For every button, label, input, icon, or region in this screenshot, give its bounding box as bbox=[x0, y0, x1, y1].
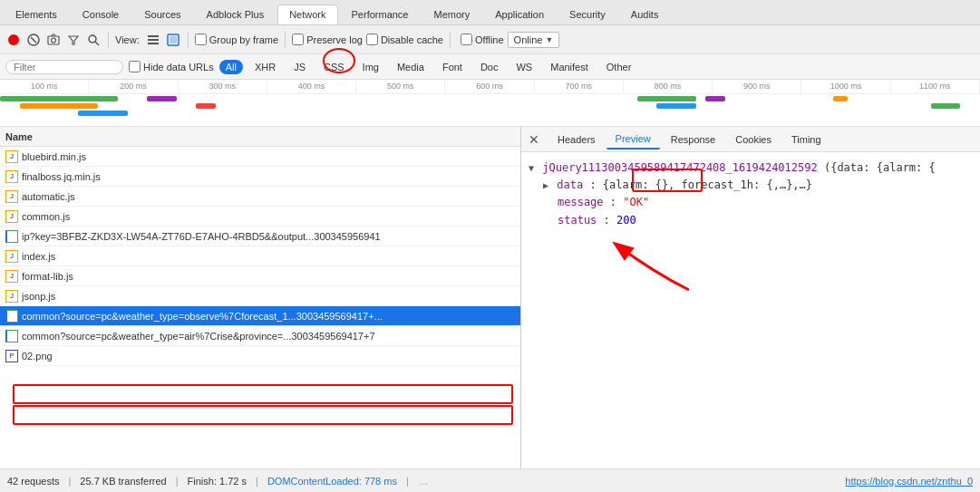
json-data-line: ▶ data : {alarm: {}, forecast_1h: {,…},…… bbox=[543, 177, 973, 194]
tab-timing[interactable]: Timing bbox=[782, 130, 830, 149]
file-item-jsonp[interactable]: J jsonp.js bbox=[0, 286, 520, 306]
tick-200ms: 200 ms bbox=[89, 80, 178, 93]
tick-300ms: 300 ms bbox=[179, 80, 267, 93]
filter-type-ws[interactable]: WS bbox=[509, 60, 539, 74]
network-toolbar: View: Group by frame Preserve log Disabl… bbox=[0, 25, 980, 54]
svg-point-5 bbox=[89, 35, 96, 43]
status-bar: 42 requests | 25.7 KB transferred | Fini… bbox=[0, 468, 980, 492]
close-panel-button[interactable]: ✕ bbox=[525, 132, 543, 147]
selected-file-icon bbox=[5, 310, 18, 323]
file-name: common?source=pc&weather_type=air%7Crise… bbox=[22, 331, 375, 342]
timeline-ticks: 100 ms 200 ms 300 ms 400 ms 500 ms 600 m… bbox=[0, 80, 980, 94]
file-item-02png[interactable]: P 02.png bbox=[0, 346, 520, 366]
file-item-index[interactable]: J index.js bbox=[0, 246, 520, 266]
tab-performance[interactable]: Performance bbox=[340, 5, 421, 24]
throttle-arrow-icon: ▼ bbox=[545, 35, 553, 44]
preview-content: ▼ jQuery1113003459589417472408_161942401… bbox=[521, 152, 980, 468]
file-list[interactable]: J bluebird.min.js J finalboss.jq.min.js … bbox=[0, 147, 520, 468]
throttle-dropdown[interactable]: Online ▼ bbox=[508, 32, 560, 48]
filter-type-doc[interactable]: Doc bbox=[474, 60, 505, 74]
tab-bar: Elements Console Sources Adblock Plus Ne… bbox=[0, 0, 980, 25]
filter-type-manifest[interactable]: Manifest bbox=[544, 60, 595, 74]
file-item-format-lib[interactable]: J format-lib.js bbox=[0, 266, 520, 286]
json-data-section: ▶ data : {alarm: {}, forecast_1h: {,…},…… bbox=[543, 177, 973, 229]
svg-line-2 bbox=[31, 37, 36, 43]
file-name: common?source=pc&weather_type=observe%7C… bbox=[22, 311, 383, 322]
separator-3 bbox=[285, 32, 286, 48]
left-panel: Name J bluebird.min.js J finalboss.jq.mi… bbox=[0, 127, 521, 468]
tab-response[interactable]: Response bbox=[662, 130, 725, 149]
filter-type-media[interactable]: Media bbox=[391, 60, 431, 74]
screenshot-button[interactable] bbox=[45, 32, 62, 48]
status-transferred: 25.7 KB transferred bbox=[80, 476, 166, 487]
filter-type-xhr[interactable]: XHR bbox=[248, 60, 282, 74]
filter-type-font[interactable]: Font bbox=[436, 60, 469, 74]
separator-2 bbox=[188, 32, 189, 48]
preserve-log-checkbox[interactable]: Preserve log bbox=[292, 34, 363, 45]
filter-button[interactable] bbox=[65, 32, 82, 48]
json-root-key: jQuery1113003459589417472408_16194240125… bbox=[542, 161, 817, 174]
svg-rect-7 bbox=[148, 35, 159, 37]
js-file-icon: J bbox=[5, 170, 18, 183]
throttle-label: Online bbox=[514, 34, 543, 45]
js-file-icon: J bbox=[5, 250, 18, 263]
tab-audits[interactable]: Audits bbox=[619, 5, 671, 24]
file-name: format-lib.js bbox=[22, 271, 73, 282]
svg-point-0 bbox=[8, 34, 19, 45]
filter-bar: Hide data URLs All XHR JS CSS Img Media … bbox=[0, 54, 980, 80]
tick-700ms: 700 ms bbox=[535, 80, 624, 93]
json-data-key: data bbox=[557, 178, 583, 191]
tab-memory[interactable]: Memory bbox=[422, 5, 482, 24]
file-item-finalboss[interactable]: J finalboss.jq.min.js bbox=[0, 167, 520, 187]
list-view-button[interactable] bbox=[145, 32, 161, 48]
stop-button[interactable] bbox=[25, 32, 42, 48]
tab-preview[interactable]: Preview bbox=[606, 130, 660, 150]
search-icon[interactable] bbox=[85, 32, 102, 48]
view-label: View: bbox=[115, 34, 140, 45]
json-expand-icon[interactable]: ▼ bbox=[529, 163, 534, 173]
json-data-expand-icon[interactable]: ▶ bbox=[543, 180, 548, 190]
filmstrip-view-button[interactable] bbox=[165, 32, 181, 48]
timeline-bar: 100 ms 200 ms 300 ms 400 ms 500 ms 600 m… bbox=[0, 80, 980, 127]
separator-1 bbox=[108, 32, 109, 48]
file-item-bluebird[interactable]: J bluebird.min.js bbox=[0, 147, 520, 167]
record-button[interactable] bbox=[5, 32, 22, 48]
offline-label: Offline bbox=[475, 34, 504, 45]
json-file-icon bbox=[5, 330, 18, 342]
file-name: bluebird.min.js bbox=[22, 151, 86, 162]
tab-sources[interactable]: Sources bbox=[132, 5, 192, 24]
file-item-automatic[interactable]: J automatic.js bbox=[0, 187, 520, 207]
filter-input[interactable] bbox=[5, 60, 123, 74]
hide-data-urls-checkbox[interactable]: Hide data URLs bbox=[129, 61, 214, 72]
disable-cache-checkbox[interactable]: Disable cache bbox=[366, 34, 443, 45]
file-item-common-air[interactable]: common?source=pc&weather_type=air%7Crise… bbox=[0, 326, 520, 346]
status-website-link[interactable]: https://blog.csdn.net/znthu_0 bbox=[845, 476, 973, 487]
tab-headers[interactable]: Headers bbox=[548, 130, 605, 149]
file-item-common[interactable]: J common.js bbox=[0, 207, 520, 227]
json-status-value: 200 bbox=[616, 214, 636, 227]
tab-application[interactable]: Application bbox=[483, 5, 556, 24]
preserve-log-label: Preserve log bbox=[306, 34, 363, 45]
offline-checkbox[interactable]: Offline bbox=[461, 34, 504, 45]
tick-800ms: 800 ms bbox=[624, 80, 713, 93]
tick-600ms: 600 ms bbox=[445, 80, 534, 93]
filter-type-js[interactable]: JS bbox=[287, 60, 312, 74]
filter-type-css[interactable]: CSS bbox=[317, 60, 351, 74]
tab-adblock[interactable]: Adblock Plus bbox=[195, 5, 277, 24]
tab-network[interactable]: Network bbox=[277, 5, 337, 24]
tab-security[interactable]: Security bbox=[558, 5, 617, 24]
status-finish: Finish: 1.72 s bbox=[188, 476, 247, 487]
js-file-icon: J bbox=[5, 190, 18, 203]
group-by-frame-checkbox[interactable]: Group by frame bbox=[195, 34, 278, 45]
tab-cookies[interactable]: Cookies bbox=[726, 130, 781, 149]
filter-type-img[interactable]: Img bbox=[356, 60, 385, 74]
file-item-ip[interactable]: ip?key=3BFBZ-ZKD3X-LW54A-ZT76D-E7AHO-4RB… bbox=[0, 227, 520, 246]
filter-type-all[interactable]: All bbox=[219, 60, 243, 74]
tab-console[interactable]: Console bbox=[71, 5, 131, 24]
file-item-common-observe[interactable]: common?source=pc&weather_type=observe%7C… bbox=[0, 306, 520, 326]
file-name: jsonp.js bbox=[22, 291, 55, 302]
list-header-name: Name bbox=[5, 131, 33, 142]
filter-type-other[interactable]: Other bbox=[600, 60, 638, 74]
tab-elements[interactable]: Elements bbox=[4, 5, 69, 24]
svg-point-4 bbox=[52, 38, 56, 43]
